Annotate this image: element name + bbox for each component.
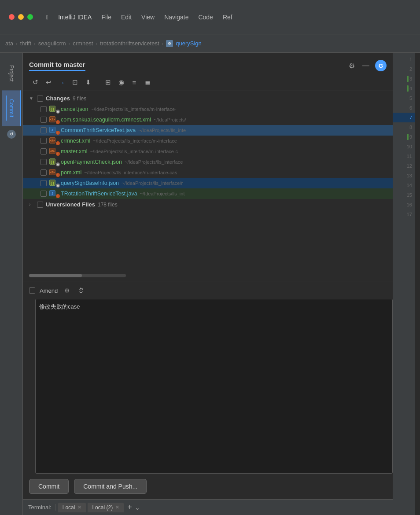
line-17: 17	[393, 210, 415, 219]
bottom-buttons: Commit Commit and Push...	[23, 474, 393, 499]
move-button[interactable]: →	[55, 77, 68, 88]
settings-icon[interactable]: ⚙	[347, 61, 357, 70]
terminal-tab-close-1[interactable]: ✕	[115, 504, 119, 510]
terminal-add-button[interactable]: +	[127, 503, 132, 512]
terminal-chevron-icon[interactable]: ⌄	[135, 504, 140, 511]
menu-file[interactable]: File	[101, 14, 111, 21]
file-path-6: ~/IdeaProjects/lls_interface/m-interface…	[84, 170, 177, 175]
changes-section-header[interactable]: ▼ Changes 9 files	[23, 93, 393, 104]
amend-settings-icon[interactable]: ⚙	[62, 286, 72, 295]
file-name-0: cancel.json	[61, 106, 88, 112]
panel-title-wrapper: Commit to master	[29, 61, 85, 71]
file-checkbox-1[interactable]	[41, 117, 47, 123]
commit-push-button[interactable]: Commit and Push...	[74, 479, 147, 494]
terminal-tab-local[interactable]: Local ✕	[58, 503, 86, 512]
breadcrumb-sep-3: ›	[69, 41, 70, 46]
breadcrumb-seagullcrm[interactable]: seagullcrm	[38, 40, 66, 47]
update-button[interactable]: ⬇	[82, 77, 94, 88]
line-9: 9	[393, 132, 415, 142]
commit-message-textarea[interactable]	[35, 299, 393, 474]
menu-code[interactable]: Code	[198, 14, 213, 21]
revert-button[interactable]: ↩	[42, 77, 55, 88]
menu-ref[interactable]: Ref	[223, 14, 232, 21]
file-checkbox-3[interactable]	[41, 138, 47, 144]
breadcrumb-active[interactable]: querySign	[176, 40, 202, 47]
group-button[interactable]: ⊞	[102, 77, 114, 88]
breadcrumb-crmnest[interactable]: crmnest	[73, 40, 93, 47]
file-icon-wrapper-4: </> !	[49, 148, 58, 155]
file-name-1: com.sankuai.seagullcrm.crmnest.xml	[61, 117, 151, 123]
file-checkbox-8[interactable]	[41, 191, 47, 197]
amend-checkbox[interactable]	[29, 287, 35, 294]
refresh-button[interactable]: ↺	[29, 77, 41, 88]
file-list: ▼ Changes 9 files { } ⚙ cancel.json ~/Id…	[23, 91, 393, 269]
terminal-tab-local2[interactable]: Local (2) ✕	[88, 503, 124, 512]
unversioned-section-header[interactable]: › Unversioned Files 178 files	[23, 199, 393, 210]
minimize-button[interactable]	[18, 14, 24, 20]
file-item-trotation[interactable]: J ! TRotationThriftServiceTest.java ~/Id…	[23, 188, 393, 199]
close-button[interactable]	[9, 14, 15, 20]
menu-view[interactable]: View	[141, 14, 155, 21]
minimize-panel-icon[interactable]: —	[361, 61, 371, 70]
file-checkbox-0[interactable]	[41, 106, 47, 112]
file-item-crmnest-xml2[interactable]: </> ! crmnest.xml ~/IdeaProjects/lls_int…	[23, 136, 393, 146]
window-controls	[9, 14, 33, 20]
breadcrumb-sep-2: ›	[34, 41, 36, 46]
line-2: 2	[393, 64, 415, 74]
line-10: 10	[393, 142, 415, 151]
file-name-5: openPaymentCheck.json	[61, 159, 122, 165]
breadcrumb-ata[interactable]: ata	[5, 40, 13, 47]
file-icon-wrapper-8: J !	[49, 190, 58, 197]
file-path-3: ~/IdeaProjects/lls_interface/m-interface	[93, 138, 177, 143]
tab-commit[interactable]: Commit	[2, 90, 21, 126]
file-icon-wrapper-1: </> !	[49, 116, 58, 123]
diff-button[interactable]: ⊡	[69, 77, 81, 88]
file-item-pom-xml[interactable]: </> ! pom.xml ~/IdeaProjects/lls_interfa…	[23, 167, 393, 178]
unversioned-label: Unversioned Files	[46, 201, 95, 208]
tab-project[interactable]: Project	[3, 56, 20, 90]
avatar: G	[375, 60, 387, 71]
changes-checkbox[interactable]	[37, 96, 43, 102]
menu-edit[interactable]: Edit	[121, 14, 132, 21]
file-item-master-xml[interactable]: </> ! master.xml ~/IdeaProjects/lls_inte…	[23, 146, 393, 157]
file-checkbox-7[interactable]	[41, 180, 47, 186]
commit-button[interactable]: Commit	[29, 479, 69, 494]
breadcrumb: ata › thrift › seagullcrm › crmnest › tr…	[0, 34, 420, 53]
eye-button[interactable]: ◉	[115, 77, 127, 88]
maximize-button[interactable]	[27, 14, 33, 20]
line-8: 8	[393, 122, 415, 132]
file-item-cancel-json[interactable]: { } ⚙ cancel.json ~/IdeaProjects/lls_int…	[23, 104, 393, 114]
amend-history-icon[interactable]: ⏱	[76, 286, 86, 295]
file-item-crmnest-xml[interactable]: </> ! com.sankuai.seagullcrm.crmnest.xml…	[23, 114, 393, 125]
file-item-common-thrift[interactable]: J ! CommonThriftServiceTest.java ~/IdeaP…	[23, 125, 393, 136]
line-12: 12	[393, 161, 415, 171]
sort-button[interactable]: ≡	[128, 77, 140, 88]
breadcrumb-sep-1: ›	[16, 41, 18, 46]
terminal-tab-close-0[interactable]: ✕	[77, 504, 81, 510]
main-layout: Project Commit ↺ Commit to master ⚙ — G …	[0, 53, 420, 515]
file-checkbox-4[interactable]	[41, 148, 47, 154]
apple-menu[interactable]: 	[46, 14, 48, 21]
menu-bar:  IntelliJ IDEA File Edit View Navigate …	[46, 14, 232, 21]
file-checkbox-2[interactable]	[41, 127, 47, 133]
scrollbar-area	[23, 269, 393, 282]
breadcrumb-trotation[interactable]: trotationthriftservicetest	[100, 40, 159, 47]
panel-header: Commit to master ⚙ — G	[23, 53, 393, 74]
line-13: 13	[393, 171, 415, 180]
horizontal-scrollbar[interactable]	[29, 274, 126, 277]
panel-title: Commit to master	[29, 61, 85, 68]
file-path-5: ~/IdeaProjects/lls_interface	[125, 159, 183, 165]
menu-navigate[interactable]: Navigate	[164, 14, 188, 21]
file-name-6: pom.xml	[61, 169, 81, 176]
file-item-query-sign[interactable]: { } ⚙ querySignBaseInfo.json ~/IdeaProje…	[23, 178, 393, 188]
unversioned-chevron: ›	[29, 202, 34, 207]
file-item-open-payment[interactable]: { } ⚙ openPaymentCheck.json ~/IdeaProjec…	[23, 157, 393, 167]
file-name-7: querySignBaseInfo.json	[61, 180, 119, 186]
panel-title-underline	[29, 70, 85, 71]
breadcrumb-thrift[interactable]: thrift	[20, 40, 31, 47]
filter-button[interactable]: ≣	[141, 77, 154, 88]
file-checkbox-6[interactable]	[41, 169, 47, 176]
line-14: 14	[393, 180, 415, 190]
unversioned-checkbox[interactable]	[37, 202, 43, 208]
file-checkbox-5[interactable]	[41, 159, 47, 165]
